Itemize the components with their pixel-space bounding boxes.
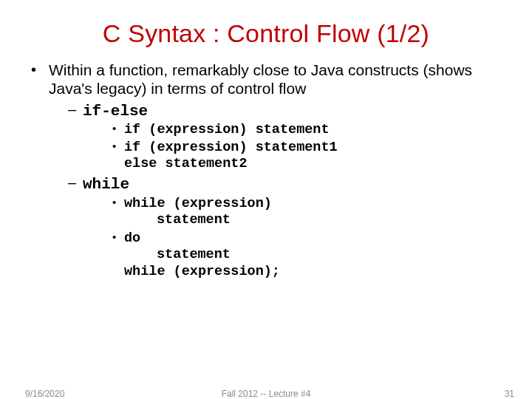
- footer-center: Fall 2012 -- Lecture #4: [0, 389, 532, 399]
- section-while: while while (expression) statement do st…: [49, 174, 505, 281]
- code-line: statement: [83, 247, 505, 264]
- slide: C Syntax : Control Flow (1/2) Within a f…: [0, 0, 532, 399]
- code-line: else statement2: [83, 156, 505, 173]
- section-if-else: if-else if (expression) statement if (ex…: [49, 101, 505, 173]
- slide-body: Within a function, remarkably close to J…: [0, 54, 532, 281]
- slide-title: C Syntax : Control Flow (1/2): [0, 0, 532, 54]
- bullet-main-text: Within a function, remarkably close to J…: [49, 61, 472, 97]
- section-if-else-label: if-else: [83, 103, 148, 120]
- code-line: while (expression);: [83, 264, 505, 281]
- footer-page-number: 31: [505, 389, 514, 399]
- code-line: do: [83, 231, 505, 248]
- bullet-main: Within a function, remarkably close to J…: [27, 61, 505, 281]
- code-line: while (expression): [83, 196, 505, 213]
- code-line: if (expression) statement: [83, 122, 505, 139]
- code-line: if (expression) statement1: [83, 140, 505, 157]
- code-line: statement: [83, 212, 505, 229]
- section-while-label: while: [83, 176, 129, 193]
